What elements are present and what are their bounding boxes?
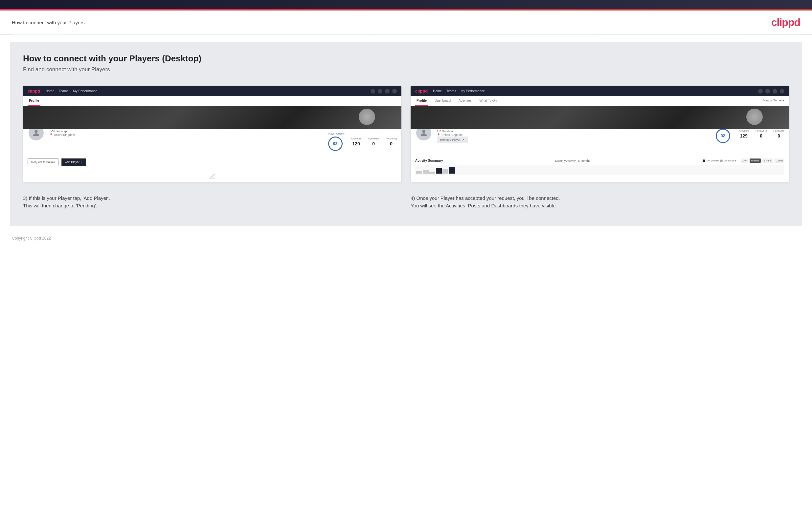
mock-stat-activities-2: Activities 129 xyxy=(739,129,749,138)
globe-icon-2[interactable] xyxy=(780,89,784,94)
mock-player-location-2: 📍 United Kingdom xyxy=(437,133,468,136)
mock-nav-perf-1[interactable]: My Performance xyxy=(73,89,97,93)
user-icon-1[interactable] xyxy=(378,89,383,94)
description-text-2: 4) Once your Player has accepted your re… xyxy=(411,194,789,210)
tab-profile-1[interactable]: Profile xyxy=(28,96,40,106)
quality-circle-1: 92 xyxy=(328,136,343,151)
mock-nav-perf-2[interactable]: My Performance xyxy=(461,89,485,93)
mock-nav-home-2[interactable]: Home xyxy=(433,89,442,93)
remove-player-button[interactable]: Remove Player ✕ xyxy=(437,136,468,143)
chart-bar-5 xyxy=(443,169,448,174)
svg-point-1 xyxy=(422,130,425,133)
settings-icon-1[interactable] xyxy=(385,89,390,94)
header: How to connect with your Players clippd xyxy=(0,10,812,35)
location-icon-2: 📍 xyxy=(437,133,441,136)
mock-nav-links-1: Home Teams My Performance xyxy=(45,89,97,93)
legend-offcourse-label: Off course xyxy=(724,159,736,162)
mock-chart xyxy=(415,165,784,175)
activity-controls: On course Off course 1 yr 6 mths 3 mths … xyxy=(703,159,784,163)
time-btn-1mth[interactable]: 1 mth xyxy=(774,159,784,163)
mock-logo-2: clippd xyxy=(415,89,428,94)
description-2: 4) Once your Player has accepted your re… xyxy=(411,194,789,210)
chart-bar-3 xyxy=(429,172,435,174)
description-text-1: 3) If this is your Player tap, 'Add Play… xyxy=(23,194,401,210)
settings-icon-2[interactable] xyxy=(773,89,777,94)
chart-bar-1 xyxy=(416,171,422,174)
chart-bar-6 xyxy=(449,167,455,174)
header-divider xyxy=(12,35,800,35)
tab-dashboard-2[interactable]: Dashboard xyxy=(433,96,452,106)
time-btn-6mths[interactable]: 6 mths xyxy=(750,159,761,163)
mock-nav-teams-1[interactable]: Teams xyxy=(59,89,68,93)
mock-banner-2 xyxy=(411,106,789,129)
copyright: Copyright Clippd 2022 xyxy=(12,236,51,240)
screenshots-row: clippd Home Teams My Performance Profile xyxy=(23,86,789,182)
user-icon-2[interactable] xyxy=(765,89,770,94)
mock-scroll-1 xyxy=(23,171,401,182)
mock-profile-2: Marcus Turner 1-5 Handicap 📍 United King… xyxy=(411,129,789,155)
quality-val-2: 92 xyxy=(721,133,725,138)
quality-circle-2: 92 xyxy=(716,129,730,143)
main-heading: How to connect with your Players (Deskto… xyxy=(23,54,789,64)
legend-oncourse-dot xyxy=(703,160,705,162)
tab-whatToDo-2[interactable]: What To On xyxy=(478,96,498,106)
top-bar xyxy=(0,0,812,9)
svg-point-0 xyxy=(35,130,38,133)
mock-logo-1: clippd xyxy=(28,89,40,94)
search-icon-1[interactable] xyxy=(370,89,375,94)
descriptions-row: 3) If this is your Player tap, 'Add Play… xyxy=(23,194,789,210)
mock-nav-1: clippd Home Teams My Performance xyxy=(23,86,401,96)
time-btn-1yr[interactable]: 1 yr xyxy=(741,159,748,163)
mock-buttons-1: Request to Follow Add Player + xyxy=(28,158,397,166)
mock-stats-row-1: Player Quality 92 Activities 129 Followe xyxy=(328,132,397,151)
screenshot-1: clippd Home Teams My Performance Profile xyxy=(23,86,401,182)
mock-nav-icons-1 xyxy=(370,89,397,94)
mock-player-hcp-1: 1-5 Handicap xyxy=(49,130,323,133)
mock-player-hcp-2: 1-5 Handicap xyxy=(437,130,468,133)
tab-activities-2[interactable]: Activities xyxy=(457,96,473,106)
mock-nav-icons-2 xyxy=(758,89,784,94)
tab-right-label[interactable]: Marcus Turner ▾ xyxy=(763,96,784,106)
mock-activity: Activity Summary Monthly Activity · 6 Mo… xyxy=(411,155,789,178)
mock-stat-followers-1: Followers 0 xyxy=(368,137,379,146)
main-subheading: Find and connect with your Players xyxy=(23,66,789,73)
add-player-button[interactable]: Add Player + xyxy=(61,158,86,166)
mock-nav-home-1[interactable]: Home xyxy=(45,89,54,93)
description-1: 3) If this is your Player tap, 'Add Play… xyxy=(23,194,401,210)
legend-oncourse-label: On course xyxy=(707,159,719,162)
mock-nav-teams-2[interactable]: Teams xyxy=(446,89,456,93)
mock-activity-header: Activity Summary Monthly Activity · 6 Mo… xyxy=(415,159,784,163)
legend-offcourse-dot xyxy=(720,160,723,162)
chart-bar-2 xyxy=(423,170,429,174)
mock-banner-1 xyxy=(23,106,401,129)
screenshot-2: clippd Home Teams My Performance Profile… xyxy=(411,86,789,182)
mock-tabs-1: Profile xyxy=(23,96,401,106)
activity-title: Activity Summary xyxy=(415,159,443,162)
search-icon-2[interactable] xyxy=(758,89,763,94)
time-btn-3mths[interactable]: 3 mths xyxy=(762,159,773,163)
chart-bar-4 xyxy=(436,168,442,174)
mock-tabs-2: Profile Dashboard Activities What To On … xyxy=(411,96,789,106)
globe-icon-1[interactable] xyxy=(392,89,397,94)
mock-stat-following-2: Following 0 xyxy=(773,129,784,138)
footer: Copyright Clippd 2022 xyxy=(0,233,812,246)
location-icon-1: 📍 xyxy=(49,133,53,136)
mock-stat-following-1: Following 0 xyxy=(386,137,397,146)
quality-val-1: 92 xyxy=(333,142,337,146)
tab-profile-2[interactable]: Profile xyxy=(415,96,428,106)
request-follow-button[interactable]: Request to Follow xyxy=(28,158,58,166)
mock-nav-2: clippd Home Teams My Performance xyxy=(411,86,789,96)
activity-period: Monthly Activity · 6 Months xyxy=(555,159,590,162)
mock-profile-1: Marcus Turner 1-5 Handicap 📍 United King… xyxy=(23,129,401,171)
mock-stat-followers-2: Followers 0 xyxy=(756,129,767,138)
quality-label-1: Player Quality xyxy=(328,132,345,135)
page-title: How to connect with your Players xyxy=(12,20,85,25)
mock-player-location-1: 📍 United Kingdom xyxy=(49,133,323,136)
clippd-logo: clippd xyxy=(771,16,800,29)
main-content: How to connect with your Players (Deskto… xyxy=(10,42,802,226)
mock-nav-links-2: Home Teams My Performance xyxy=(433,89,485,93)
mock-stat-activities-1: Activities 129 xyxy=(351,137,361,146)
